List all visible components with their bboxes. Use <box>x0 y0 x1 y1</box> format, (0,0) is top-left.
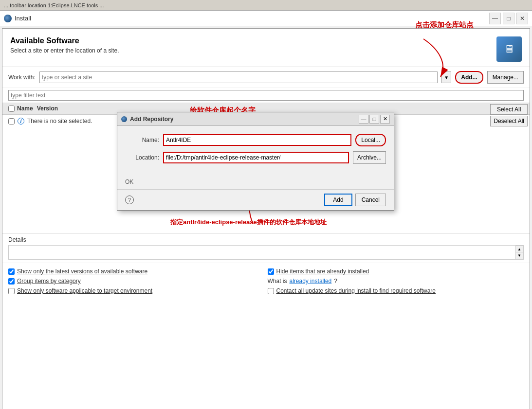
checkbox-latest-versions: Show only the latest versions of availab… <box>8 268 265 275</box>
table-header-checkbox-area: Name <box>8 105 33 112</box>
add-button[interactable]: Add... <box>455 71 483 84</box>
local-button[interactable]: Local... <box>355 134 386 146</box>
cb-hide-installed[interactable] <box>268 268 274 275</box>
info-icon: i <box>18 118 24 124</box>
cb-latest-versions[interactable] <box>8 268 15 275</box>
checkbox-target-env: Show only software applicable to target … <box>8 287 265 294</box>
install-icon: 🖥 <box>496 36 522 62</box>
title-bar: Install — □ ✕ <box>0 11 532 26</box>
checkbox-group-category: Group items by category <box>8 278 265 285</box>
add-repo-location-row: Location: Archive... <box>125 151 386 164</box>
cb-target-env-label[interactable]: Show only software applicable to target … <box>17 287 152 294</box>
scroll-down-button[interactable]: ▼ <box>515 252 523 259</box>
add-repo-minimize-button[interactable]: — <box>359 115 368 124</box>
dialog-subtitle: Select a site or enter the location of a… <box>10 47 119 54</box>
work-with-row: Work with: ▼ Add... Manage... <box>2 67 530 88</box>
col-name: Name <box>17 105 33 112</box>
eclipse-icon <box>4 15 12 22</box>
dialog-header: Available Software Select a site or ente… <box>2 29 530 67</box>
minimize-button[interactable]: — <box>489 13 501 24</box>
add-repo-footer: ? Add Cancel <box>117 189 394 210</box>
add-repo-help-button[interactable]: ? <box>125 196 134 204</box>
spacer <box>2 299 530 409</box>
add-repo-title: Add Repository <box>121 116 173 123</box>
add-repo-title-bar: Add Repository — □ ✕ <box>117 112 394 126</box>
add-repo-close-button[interactable]: ✕ <box>380 115 390 124</box>
monitor-icon: 🖥 <box>504 43 514 55</box>
close-button[interactable]: ✕ <box>516 13 528 24</box>
details-label: Details <box>8 236 524 243</box>
window-title: Install <box>15 15 31 22</box>
checkbox-already-installed: What is already installed ? <box>268 278 524 285</box>
checkbox-hide-installed: Hide items that are already installed <box>268 268 524 275</box>
breadcrumb-text: ... toolbar location 1:Eclipse.LNCE tool… <box>4 2 104 8</box>
name-label: Name: <box>125 137 159 143</box>
cb-target-env[interactable] <box>8 288 15 294</box>
location-label: Location: <box>125 154 159 161</box>
site-input[interactable] <box>39 71 438 83</box>
checkboxes-section: Show only the latest versions of availab… <box>2 263 530 299</box>
add-repo-cancel-button[interactable]: Cancel <box>355 194 386 206</box>
work-with-label: Work with: <box>8 74 36 81</box>
cb-group-category[interactable] <box>8 278 15 285</box>
already-installed-link[interactable]: already installed <box>290 278 332 285</box>
cb-hide-installed-label[interactable]: Hide items that are already installed <box>276 268 369 275</box>
details-section: Details ▲ ▼ <box>2 233 530 263</box>
main-dialog: Available Software Select a site or ente… <box>2 28 530 409</box>
what-is-text: What is <box>268 278 287 285</box>
name-input[interactable] <box>163 134 351 146</box>
filter-row <box>2 88 530 103</box>
title-bar-left: Install <box>4 15 31 22</box>
add-repo-body: Name: Local... Location: Archive... <box>117 126 394 177</box>
checkbox-contact-update: Contact all update sites during install … <box>268 287 524 294</box>
add-repo-title-controls: — □ ✕ <box>359 115 390 124</box>
select-all-button[interactable]: Select All <box>490 104 528 115</box>
cb-latest-versions-label[interactable]: Show only the latest versions of availab… <box>17 268 147 275</box>
question-mark: ? <box>334 278 337 285</box>
archive-button[interactable]: Archive... <box>353 151 386 164</box>
restore-button[interactable]: □ <box>503 13 514 24</box>
cb-group-category-label[interactable]: Group items by category <box>17 278 81 285</box>
add-repo-eclipse-icon <box>121 116 127 122</box>
row-checkbox[interactable] <box>8 118 15 124</box>
add-repo-restore-button[interactable]: □ <box>369 115 379 124</box>
cb-contact-update-label[interactable]: Contact all update sites during install … <box>276 287 436 294</box>
add-repo-dialog: Add Repository — □ ✕ Name: Local... Loca… <box>117 112 394 211</box>
filter-input[interactable] <box>8 90 524 101</box>
manage-button[interactable]: Manage... <box>487 71 524 84</box>
add-repo-footer-buttons: Add Cancel <box>324 194 386 206</box>
breadcrumb-bar: ... toolbar location 1:Eclipse.LNCE tool… <box>0 0 532 11</box>
dialog-header-text: Available Software Select a site or ente… <box>10 36 119 54</box>
add-repo-add-button[interactable]: Add <box>324 194 352 206</box>
add-repo-ok-text: OK <box>117 177 394 189</box>
no-site-text: There is no site selected. <box>27 118 92 124</box>
cb-contact-update[interactable] <box>268 288 274 294</box>
header-checkbox[interactable] <box>8 106 15 112</box>
col-version: Version <box>37 105 134 112</box>
dialog-title: Available Software <box>10 36 119 45</box>
add-repo-name-row: Name: Local... <box>125 134 386 146</box>
title-bar-controls: — □ ✕ <box>489 13 528 24</box>
location-input[interactable] <box>163 152 349 163</box>
site-dropdown[interactable]: ▼ <box>441 71 451 83</box>
details-scroll-area: ▲ ▼ <box>8 245 524 260</box>
